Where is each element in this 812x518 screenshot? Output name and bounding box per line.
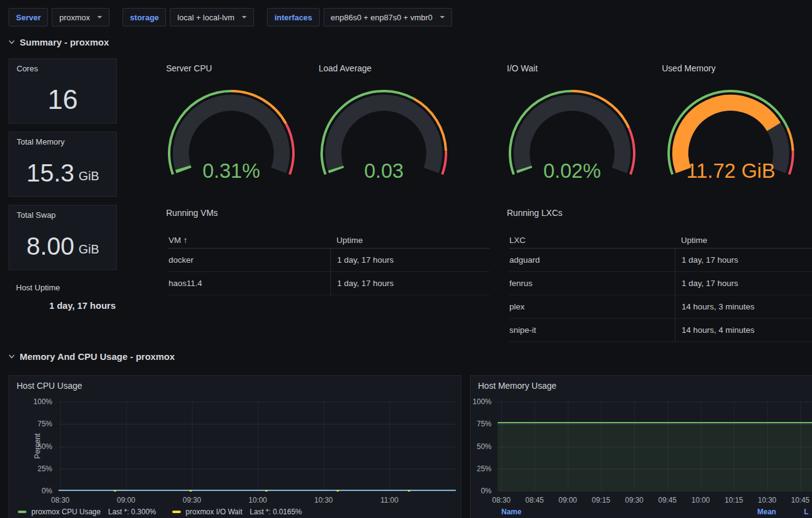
panel-title[interactable]: I/O Wait — [507, 63, 538, 73]
column-header-uptime[interactable]: Uptime — [330, 236, 490, 245]
y-tick-label: 75% — [471, 420, 492, 428]
gridline — [58, 447, 456, 447]
panel-title[interactable]: Used Memory — [662, 63, 715, 73]
svg-text:11.72 GiB: 11.72 GiB — [687, 159, 775, 182]
table-header-row: VM ↑Uptime — [169, 232, 490, 249]
legend-swatch-icon — [18, 511, 26, 513]
server-cpu-gauge: 0.31% — [162, 88, 300, 194]
variable-value-text: local + local-lvm — [177, 13, 234, 22]
memory-chart-plot: 0%25%50%75%100%08:3008:4509:0009:1509:30… — [471, 376, 812, 518]
legend-column-name[interactable]: Name — [501, 508, 522, 516]
gridline — [498, 402, 812, 402]
name-cell: fenrus — [509, 279, 675, 288]
legend-series-name: proxmox I/O Wait — [186, 508, 242, 516]
column-header-uptime[interactable]: Uptime — [675, 236, 812, 245]
name-cell: docker — [169, 255, 330, 265]
svg-text:0.31%: 0.31% — [202, 159, 260, 182]
used-memory-gauge-panel: Used Memory 11.72 GiB — [655, 58, 807, 197]
host-memory-usage-panel: Host Memory Usage 0%25%50%75%100%08:3008… — [470, 375, 812, 518]
variable-dropdown-interfaces[interactable]: enp86s0 + enp87s0 + vmbr0 — [324, 8, 453, 26]
uptime-cell: 1 day, 17 hours — [675, 249, 812, 271]
gridline — [58, 424, 456, 424]
column-header-lxc[interactable]: LXC — [509, 236, 675, 245]
y-tick-label: 100% — [9, 397, 52, 406]
variable-value-text: enp86s0 + enp87s0 + vmbr0 — [331, 13, 433, 22]
variable-dropdown-server[interactable]: proxmox — [52, 8, 109, 26]
legend-item[interactable]: proxmox I/O WaitLast *: 0.0165% — [172, 508, 302, 516]
row-header-memory-cpu[interactable]: Memory And CPU Usage - proxmox — [9, 351, 175, 362]
column-header-vm[interactable]: VM ↑ — [169, 236, 330, 245]
y-tick-label: 50% — [9, 442, 52, 451]
panel-title[interactable]: Cores — [17, 64, 38, 73]
io-wait-gauge-panel: I/O Wait 0.02% — [500, 58, 645, 197]
stat-value: 15.3 GiB — [9, 153, 116, 193]
svg-text:0.02%: 0.02% — [543, 159, 601, 182]
cpu-chart-plot: 0%25%50%75%100%08:3009:0009:3010:0010:30… — [9, 376, 461, 518]
total-swap-value: 8.00 — [26, 234, 74, 258]
total-swap-unit: GiB — [79, 242, 99, 258]
running-vms-table: VM ↑Uptimedocker1 day, 17 hourshaos11.41… — [169, 232, 490, 295]
legend-last-value: Last *: 0.0165% — [250, 508, 302, 516]
total-memory-unit: GiB — [79, 169, 99, 185]
cpu-usage-line — [58, 490, 456, 491]
uptime-cell: 1 day, 17 hours — [675, 272, 812, 295]
x-tick-label: 09:00 — [109, 496, 143, 504]
cores-value: 16 — [48, 86, 78, 113]
x-tick-label: 10:00 — [241, 496, 275, 504]
x-tick-label: 11:00 — [372, 496, 407, 504]
table-row: snipe-it14 hours, 4 minutes — [509, 319, 812, 342]
gridline — [58, 469, 456, 469]
io-wait-dot — [189, 490, 192, 492]
x-tick-label: 10:00 — [683, 496, 718, 504]
legend-item[interactable]: proxmox CPU UsageLast *: 0.300% — [18, 508, 156, 516]
panel-title[interactable]: Load Average — [319, 63, 372, 73]
table-header-row: LXCUptime — [509, 232, 812, 249]
gridline — [498, 491, 812, 492]
uptime-cell: 1 day, 17 hours — [330, 272, 490, 295]
table-row: adguard1 day, 17 hours — [509, 249, 812, 272]
uptime-cell: 14 hours, 3 minutes — [675, 295, 812, 318]
panel-title[interactable]: Host Uptime — [16, 283, 60, 292]
panel-title[interactable]: Running VMs — [166, 208, 218, 218]
chevron-down-icon — [9, 354, 15, 359]
variable-label-storage: storage — [122, 8, 166, 26]
x-tick-label: 10:30 — [750, 496, 784, 504]
svg-text:0.03: 0.03 — [364, 159, 404, 182]
x-tick-label: 09:00 — [551, 496, 585, 504]
legend-column-mean[interactable]: Mean — [757, 508, 776, 516]
used-memory-gauge: 11.72 GiB — [662, 88, 800, 194]
panel-title[interactable]: Total Memory — [17, 137, 65, 146]
x-tick-label: 08:30 — [43, 496, 78, 504]
variable-label-text: Server — [16, 13, 41, 22]
row-header-title: Memory And CPU Usage - proxmox — [20, 351, 175, 362]
panel-title[interactable]: Running LXCs — [507, 208, 562, 218]
x-tick-label: 10:15 — [717, 496, 751, 504]
y-tick-label: 25% — [9, 464, 52, 473]
chevron-down-icon — [97, 16, 102, 18]
row-header-summary[interactable]: Summary - proxmox — [9, 37, 109, 47]
variable-label-text: interfaces — [274, 13, 312, 22]
uptime-cell: 1 day, 17 hours — [330, 249, 490, 271]
gridline — [58, 491, 456, 492]
host-uptime-panel: Host Uptime 1 day, 17 hours — [9, 278, 117, 327]
panel-title[interactable]: Total Swap — [17, 210, 56, 220]
grafana-proxmox-dashboard: Server proxmox storage local + local-lvm… — [0, 0, 812, 518]
gridline — [126, 402, 127, 491]
server-cpu-gauge-panel: Server CPU 0.31% — [159, 58, 304, 197]
x-tick-label: 08:30 — [484, 496, 519, 504]
chevron-down-icon — [9, 40, 15, 44]
variable-value-text: proxmox — [59, 13, 90, 22]
stat-value: 16 — [9, 80, 116, 119]
legend-column-last[interactable]: L — [804, 508, 808, 516]
panel-title[interactable]: Server CPU — [166, 63, 212, 73]
stat-value: 8.00 GiB — [9, 226, 116, 266]
x-tick-label: 10:45 — [783, 496, 812, 504]
load-average-gauge-panel: Load Average 0.03 — [311, 58, 456, 197]
chevron-down-icon — [242, 16, 247, 18]
running-lxcs-panel: Running LXCs LXCUptimeadguard1 day, 17 h… — [500, 203, 812, 341]
running-vms-panel: Running VMs VM ↑Uptimedocker1 day, 17 ho… — [159, 203, 498, 341]
variable-label-server: Server — [9, 8, 48, 26]
x-tick-label: 09:45 — [650, 496, 685, 504]
name-cell: adguard — [509, 255, 675, 265]
variable-dropdown-storage[interactable]: local + local-lvm — [170, 8, 254, 26]
